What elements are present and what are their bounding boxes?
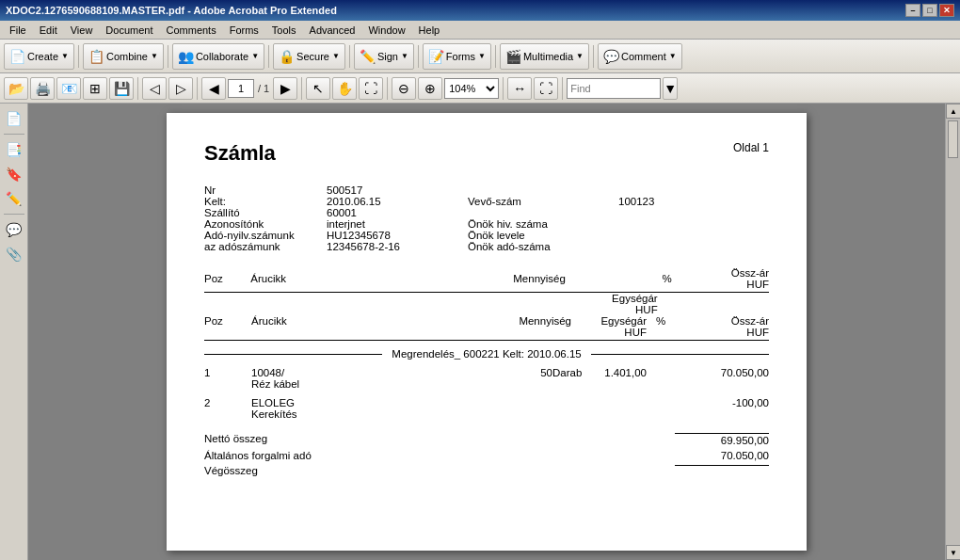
multipage-button[interactable]: ⊞ <box>83 77 107 100</box>
sign-button[interactable]: ✏️ Sign ▼ <box>354 43 414 70</box>
combine-button[interactable]: 📋 Combine ▼ <box>83 43 164 70</box>
print-button[interactable]: 🖨️ <box>30 77 55 100</box>
col-arucikk: Árucikk <box>250 265 490 293</box>
next-page-button[interactable]: ▶ <box>273 77 297 100</box>
zoom-in-button[interactable]: ⊕ <box>418 77 442 100</box>
szallito-value: 60001 <box>327 207 468 218</box>
main-area: 📄 📑 🔖 ✏️ 💬 📎 Számla Oldal 1 Nr 500517 <box>0 104 960 560</box>
order-line-left <box>204 354 382 355</box>
menu-view[interactable]: View <box>65 23 99 38</box>
menu-forms[interactable]: Forms <box>224 23 264 38</box>
onok-levele-value <box>618 230 769 241</box>
find-input[interactable] <box>567 78 661 99</box>
zoom-out-button[interactable]: ⊖ <box>392 77 416 100</box>
secure-button[interactable]: 🔒 Secure ▼ <box>273 43 345 70</box>
collaborate-button[interactable]: 👥 Collaborate ▼ <box>172 43 264 70</box>
menu-comments[interactable]: Comments <box>161 23 222 38</box>
nav-sep-1 <box>137 77 138 100</box>
menu-file[interactable]: File <box>4 23 32 38</box>
page-total-label: / 1 <box>256 83 271 94</box>
scroll-track[interactable] <box>946 119 960 545</box>
sidebar-layers-button[interactable]: ✏️ <box>3 187 25 210</box>
scroll-thumb[interactable] <box>948 120 958 158</box>
marquee-zoom-button[interactable]: ⛶ <box>359 77 383 100</box>
select-button[interactable]: ↖ <box>306 77 330 100</box>
vevo-szam-value: 100123 <box>618 196 769 207</box>
separator-2 <box>168 45 168 68</box>
item1-osszar: 70.050,00 <box>675 367 769 390</box>
order-text: Megrendelés_ 600221 Kelt: 2010.06.15 <box>392 348 581 360</box>
sidebar-pages-button[interactable]: 📄 <box>3 107 25 130</box>
summary-afa-row: Általános forgalmi adó 70.050,00 <box>204 448 769 463</box>
sign-icon: ✏️ <box>360 49 376 64</box>
menu-document[interactable]: Document <box>100 23 158 38</box>
title-bar-controls: – □ ✕ <box>905 4 954 17</box>
secure-dropdown-arrow: ▼ <box>332 52 340 60</box>
onok-levele-label: Önök levele <box>468 230 618 241</box>
find-dropdown-button[interactable]: ▼ <box>663 77 678 100</box>
combine-icon: 📋 <box>88 49 104 64</box>
afa-label: Általános forgalmi adó <box>204 450 675 461</box>
separator-6 <box>495 45 496 68</box>
th-mennyiseg: Mennyiség <box>496 315 571 338</box>
sidebar: 📄 📑 🔖 ✏️ 💬 📎 <box>0 104 28 560</box>
item-row-1: 1 10048/Réz kábel 50 Darab 1.401,00 70.0… <box>204 363 769 393</box>
item1-egysegar: 1.401,00 <box>571 367 647 390</box>
nav-sep-4 <box>387 77 388 100</box>
sidebar-signatures-button[interactable]: 🔖 <box>3 163 25 185</box>
forms-dropdown-arrow: ▼ <box>478 52 486 60</box>
forward-button[interactable]: ▷ <box>168 77 193 100</box>
open-button[interactable]: 📂 <box>4 77 28 100</box>
fit-page-button[interactable]: ⛶ <box>534 77 558 100</box>
fit-width-button[interactable]: ↔ <box>507 77 532 100</box>
page-number-input[interactable] <box>228 79 254 98</box>
secure-icon: 🔒 <box>279 49 295 64</box>
sign-dropdown-arrow: ▼ <box>401 52 408 60</box>
menu-advanced[interactable]: Advanced <box>304 23 361 38</box>
item1-mennyiseg: 50 <box>496 367 552 390</box>
zoom-select[interactable]: 104% 75% 100% 125% 150% 200% <box>444 78 499 99</box>
onok-hiv-label: Önök hiv. száma <box>468 218 618 230</box>
col-egysegar-empty <box>204 293 490 316</box>
nr-label: Nr <box>204 184 327 196</box>
combine-dropdown-arrow: ▼ <box>151 52 158 60</box>
scroll-down-button[interactable]: ▼ <box>946 545 960 560</box>
summary-vegosszeg-row: Végösszeg <box>204 463 769 478</box>
menu-help[interactable]: Help <box>413 23 446 38</box>
save-button[interactable]: 💾 <box>109 77 134 100</box>
email-button[interactable]: 📧 <box>56 77 81 100</box>
sidebar-bookmarks-button[interactable]: 📑 <box>3 138 25 161</box>
close-button[interactable]: ✕ <box>939 4 954 17</box>
comment-button[interactable]: 💬 Comment ▼ <box>598 43 682 70</box>
separator-7 <box>593 45 594 68</box>
forms-button[interactable]: 📝 Forms ▼ <box>423 43 491 70</box>
scroll-up-button[interactable]: ▲ <box>946 104 960 119</box>
hand-button[interactable]: ✋ <box>332 77 357 100</box>
menu-edit[interactable]: Edit <box>34 23 63 38</box>
comment-dropdown-arrow: ▼ <box>669 52 677 60</box>
item2-arucikk: ELOLEGKerekítés <box>251 397 496 420</box>
onok-ado-value <box>618 241 769 252</box>
comment-icon: 💬 <box>603 49 619 64</box>
toolbar: 📄 Create ▼ 📋 Combine ▼ 👥 Collaborate ▼ 🔒… <box>0 40 960 73</box>
document-area[interactable]: Számla Oldal 1 Nr 500517 Kelt: 2010.06.1… <box>28 104 945 560</box>
item1-percent <box>647 367 675 390</box>
col-percent: % <box>658 265 677 293</box>
maximize-button[interactable]: □ <box>922 4 937 17</box>
th-osszar: Össz-árHUF <box>675 315 769 338</box>
menu-window[interactable]: Window <box>362 23 410 38</box>
title-bar-text: XDOC2.1276590688109.MASTER.pdf - Adobe A… <box>6 5 337 16</box>
multimedia-button[interactable]: 🎬 Multimedia ▼ <box>500 43 589 70</box>
collaborate-icon: 👥 <box>178 49 194 64</box>
minimize-button[interactable]: – <box>905 4 920 17</box>
prev-page-button[interactable]: ◀ <box>201 77 226 100</box>
create-button[interactable]: 📄 Create ▼ <box>4 43 74 70</box>
back-button[interactable]: ◁ <box>142 77 167 100</box>
menu-tools[interactable]: Tools <box>266 23 302 38</box>
sidebar-comment-button[interactable]: 💬 <box>3 218 25 241</box>
netto-label: Nettó összeg <box>204 433 675 446</box>
summary-netto-row: Nettó összeg 69.950,00 <box>204 431 769 448</box>
szallito-label: Szállító <box>204 207 327 218</box>
empty-label-2 <box>468 207 618 218</box>
sidebar-attach-button[interactable]: 📎 <box>3 243 25 265</box>
